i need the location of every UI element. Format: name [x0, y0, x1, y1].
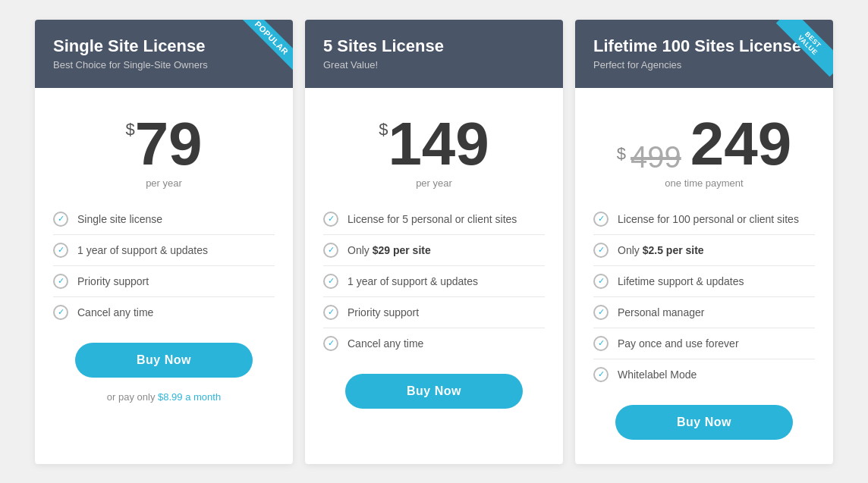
pricing-container: Single Site License Best Choice for Sing… — [17, 20, 851, 464]
check-icon: ✓ — [323, 274, 338, 289]
card-header-lifetime: Lifetime 100 Sites License Perfect for A… — [575, 20, 833, 88]
check-icon: ✓ — [323, 212, 338, 227]
feature-text: Single site license — [77, 213, 162, 225]
feature-item: ✓ Only $2.5 per site — [593, 235, 815, 266]
check-icon: ✓ — [323, 243, 338, 258]
buy-button-lifetime[interactable]: Buy Now — [615, 405, 793, 440]
feature-item: ✓ Single site license — [53, 204, 275, 235]
feature-text: Personal manager — [618, 306, 704, 318]
feature-item: ✓ Whitelabel Mode — [593, 359, 815, 390]
note-text: or pay only — [107, 391, 156, 403]
feature-item: ✓ 1 year of support & updates — [53, 235, 275, 266]
card-single-site: Single Site License Best Choice for Sing… — [35, 20, 293, 464]
price-dollar-five: $ — [379, 120, 388, 140]
feature-text: Only $29 per site — [348, 244, 431, 256]
feature-item: ✓ License for 100 personal or client sit… — [593, 204, 815, 235]
feature-item: ✓ Personal manager — [593, 297, 815, 328]
check-icon: ✓ — [593, 305, 609, 320]
card-title-five: 5 Sites License — [323, 36, 545, 56]
price-old-lifetime: 499 — [631, 140, 681, 174]
card-subtitle-five: Great Value! — [323, 59, 545, 71]
price-period-single: per year — [53, 177, 275, 189]
card-header-five: 5 Sites License Great Value! — [305, 20, 563, 88]
features-list-single: ✓ Single site license ✓ 1 year of suppor… — [53, 204, 275, 328]
card-body-single: $ 79 per year ✓ Single site license ✓ 1 … — [35, 88, 293, 464]
price-period-lifetime: one time payment — [593, 177, 815, 189]
card-body-lifetime: $ 499 249 one time payment ✓ License for… — [575, 88, 833, 464]
feature-item: ✓ License for 5 personal or client sites — [323, 204, 545, 235]
popular-badge-text: POPULAR — [240, 20, 293, 70]
check-icon: ✓ — [593, 243, 609, 258]
price-main-five: $ 149 — [323, 114, 545, 174]
card-lifetime: Lifetime 100 Sites License Perfect for A… — [575, 20, 833, 464]
check-icon: ✓ — [593, 367, 609, 382]
price-main-single: $ 79 — [53, 114, 275, 174]
price-section-single: $ 79 per year — [53, 106, 275, 204]
price-dollar-single: $ — [125, 120, 134, 140]
buy-button-single[interactable]: Buy Now — [75, 343, 253, 378]
feature-text: Priority support — [77, 275, 149, 287]
price-combined-lifetime: $ 499 249 — [593, 114, 815, 174]
feature-text: Lifetime support & updates — [618, 275, 744, 287]
best-value-badge: BESTVALUE — [772, 20, 833, 80]
check-icon: ✓ — [53, 243, 68, 258]
check-icon: ✓ — [53, 212, 68, 227]
check-icon: ✓ — [593, 336, 609, 351]
feature-text: Only $2.5 per site — [618, 244, 704, 256]
feature-text: License for 5 personal or client sites — [348, 213, 517, 225]
feature-item: ✓ Priority support — [323, 297, 545, 328]
check-icon: ✓ — [323, 305, 338, 320]
check-icon: ✓ — [593, 274, 609, 289]
features-list-lifetime: ✓ License for 100 personal or client sit… — [593, 204, 815, 390]
popular-badge: POPULAR — [232, 20, 293, 80]
feature-text: License for 100 personal or client sites — [618, 213, 799, 225]
feature-text: Pay once and use forever — [618, 337, 739, 350]
feature-text: Priority support — [348, 306, 419, 318]
feature-text: 1 year of support & updates — [348, 275, 478, 287]
price-number-five: 149 — [388, 114, 489, 174]
price-section-five: $ 149 per year — [323, 106, 545, 204]
card-five-sites: 5 Sites License Great Value! $ 149 per y… — [305, 20, 563, 464]
feature-item: ✓ Cancel any time — [323, 328, 545, 359]
feature-text: 1 year of support & updates — [77, 244, 208, 256]
price-number-single: 79 — [135, 114, 203, 174]
check-icon: ✓ — [53, 274, 68, 289]
card-body-five: $ 149 per year ✓ License for 5 personal … — [305, 88, 563, 464]
card-header-single: Single Site License Best Choice for Sing… — [35, 20, 293, 88]
check-icon: ✓ — [593, 212, 609, 227]
feature-item: ✓ Priority support — [53, 266, 275, 297]
feature-text: Cancel any time — [348, 337, 423, 350]
buy-button-five[interactable]: Buy Now — [345, 374, 523, 409]
check-icon: ✓ — [53, 305, 68, 320]
best-value-badge-text: BESTVALUE — [776, 20, 833, 77]
features-list-five: ✓ License for 5 personal or client sites… — [323, 204, 545, 359]
monthly-note-single: or pay only $8.99 a month — [53, 391, 275, 403]
price-new-lifetime: 249 — [690, 114, 791, 174]
feature-item: ✓ 1 year of support & updates — [323, 266, 545, 297]
feature-item: ✓ Only $29 per site — [323, 235, 545, 266]
feature-text: Cancel any time — [77, 306, 153, 318]
feature-text: Whitelabel Mode — [618, 369, 697, 381]
price-period-five: per year — [323, 177, 545, 189]
price-section-lifetime: $ 499 249 one time payment — [593, 106, 815, 204]
monthly-link[interactable]: $8.99 a month — [158, 391, 221, 403]
feature-item: ✓ Pay once and use forever — [593, 328, 815, 359]
feature-item: ✓ Cancel any time — [53, 297, 275, 328]
check-icon: ✓ — [323, 336, 338, 351]
feature-item: ✓ Lifetime support & updates — [593, 266, 815, 297]
price-dollar-lifetime: $ — [617, 144, 626, 164]
